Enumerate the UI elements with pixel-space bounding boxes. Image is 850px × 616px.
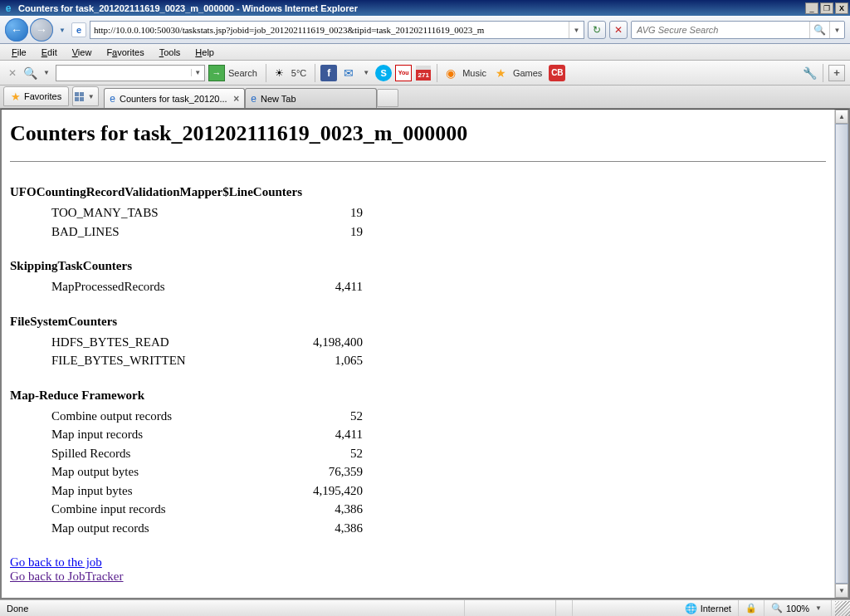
menu-favorites[interactable]: Favorites: [100, 46, 150, 59]
page-body: Counters for task_201202111619_0023_m_00…: [2, 110, 834, 598]
counter-name: FILE_BYTES_WRITTEN: [10, 351, 288, 370]
facebook-icon[interactable]: f: [320, 65, 337, 81]
browser-search-box[interactable]: 🔍 ▼: [631, 21, 845, 39]
counter-name: Map input bytes: [10, 482, 288, 501]
protected-mode[interactable]: 🔒: [739, 600, 765, 616]
music-icon[interactable]: ◉: [442, 65, 459, 81]
tab-new[interactable]: e New Tab: [245, 88, 377, 108]
divider: [10, 161, 826, 162]
separator: [315, 64, 315, 82]
zoom-control[interactable]: 🔍 100% ▼: [765, 600, 832, 616]
address-bar[interactable]: ▼: [90, 21, 584, 39]
mail-dropdown[interactable]: ▼: [360, 69, 372, 76]
counter-row: Map output records4,386: [10, 519, 826, 538]
counter-value: 4,386: [288, 500, 363, 519]
separator: [266, 64, 266, 82]
menu-file[interactable]: File: [5, 46, 33, 59]
tab-strip: ★ Favorites ▼ e Counters for task_20120.…: [0, 86, 850, 109]
counter-group-title: FileSystemCounters: [10, 315, 826, 329]
counter-row: BAD_LINES19: [10, 222, 826, 242]
counter-row: Combine input records4,386: [10, 500, 826, 519]
lock-icon: 🔒: [745, 603, 757, 614]
counter-group: Map-Reduce FrameworkCombine output recor…: [10, 389, 826, 538]
counter-name: Combine input records: [10, 500, 288, 519]
browser-search-dropdown[interactable]: ▼: [829, 22, 844, 38]
toolbar-search-dropdown[interactable]: ▼: [191, 69, 204, 76]
counter-name: BAD_LINES: [10, 222, 288, 242]
stop-button[interactable]: ✕: [609, 21, 628, 39]
counter-name: MapProcessedRecords: [10, 277, 288, 296]
back-button[interactable]: ←: [5, 18, 28, 42]
new-tab-button[interactable]: [377, 89, 398, 107]
zoom-icon: 🔍: [771, 603, 783, 614]
refresh-button[interactable]: ↻: [588, 21, 606, 39]
maximize-button[interactable]: ❐: [820, 2, 833, 14]
menu-tools[interactable]: Tools: [153, 46, 188, 59]
tools-icon[interactable]: 🔧: [801, 65, 818, 81]
counter-name: HDFS_BYTES_READ: [10, 333, 288, 352]
weather-icon[interactable]: ☀: [271, 65, 288, 81]
forward-button[interactable]: →: [30, 18, 53, 42]
counter-value: 4,411: [288, 277, 363, 296]
internet-zone-icon: 🌐: [685, 603, 697, 614]
scroll-down-button[interactable]: ▼: [835, 584, 848, 598]
search-provider-dropdown[interactable]: ▼: [41, 69, 52, 76]
add-toolbar-button[interactable]: +: [828, 65, 845, 81]
vertical-scrollbar[interactable]: ▲ ▼: [834, 110, 848, 598]
page-heading: Counters for task_201202111619_0023_m_00…: [10, 121, 826, 146]
counter-group: UFOCountingRecordValidationMapper$LineCo…: [10, 185, 826, 241]
counter-group: SkippingTaskCountersMapProcessedRecords4…: [10, 259, 826, 296]
counter-name: Map output records: [10, 519, 288, 538]
counter-row: Map input records4,411: [10, 425, 826, 444]
security-zone[interactable]: 🌐 Internet: [678, 600, 739, 616]
toolbar-search-go[interactable]: →: [208, 65, 225, 81]
counter-row: Map output bytes76,359: [10, 462, 826, 482]
toolbar-search-box[interactable]: ▼: [56, 65, 205, 81]
mail-icon[interactable]: ✉: [340, 65, 357, 81]
skype-icon[interactable]: S: [375, 65, 392, 81]
tab-title: Counters for task_20120...: [120, 94, 227, 104]
scroll-up-button[interactable]: ▲: [835, 110, 848, 124]
resize-grip[interactable]: [835, 601, 850, 616]
counter-name: Spilled Records: [10, 444, 288, 463]
status-text: Done: [0, 600, 465, 616]
minimize-button[interactable]: _: [805, 2, 818, 14]
games-label[interactable]: Games: [513, 68, 545, 78]
counter-value: 4,386: [288, 519, 363, 538]
toolbar-search-label: Search: [228, 68, 261, 78]
favorites-button[interactable]: ★ Favorites: [3, 86, 69, 106]
browser-search-go[interactable]: 🔍: [809, 22, 829, 38]
tab-close-icon[interactable]: ×: [233, 93, 239, 105]
search-icon: 🔍: [23, 66, 37, 80]
menu-edit[interactable]: Edit: [35, 46, 64, 59]
counter-name: Map input records: [10, 425, 288, 444]
weather-temp: 5°C: [291, 68, 310, 78]
counter-value: 19: [288, 222, 363, 242]
music-label[interactable]: Music: [462, 68, 490, 78]
command-toolbar: ✕ 🔍 ▼ ▼ → Search ☀ 5°C f ✉ ▼ S You 271 ◉…: [0, 61, 850, 86]
counter-value: 52: [288, 407, 363, 426]
address-input[interactable]: [90, 25, 569, 35]
tab-title: New Tab: [261, 94, 296, 104]
toolbar-search-input[interactable]: [56, 68, 191, 78]
calendar-icon[interactable]: 271: [415, 65, 432, 81]
menu-view[interactable]: View: [66, 46, 99, 59]
cb-icon[interactable]: CB: [549, 65, 565, 81]
browser-search-input[interactable]: [632, 25, 809, 35]
youtube-icon[interactable]: You: [395, 65, 412, 81]
counter-row: Combine output records52: [10, 407, 826, 426]
quick-tabs-button[interactable]: ▼: [72, 86, 99, 106]
link-go-back-job[interactable]: Go back to the job: [10, 555, 826, 570]
counter-row: Spilled Records52: [10, 444, 826, 463]
scroll-thumb[interactable]: [835, 124, 848, 584]
games-icon[interactable]: ★: [493, 65, 510, 81]
address-dropdown[interactable]: ▼: [569, 22, 584, 38]
menu-help[interactable]: Help: [188, 46, 221, 59]
tab-favicon: e: [251, 93, 256, 105]
link-go-back-jobtracker[interactable]: Go back to JobTracker: [10, 570, 826, 584]
toolbar-close-icon[interactable]: ✕: [5, 67, 20, 79]
recent-pages-dropdown[interactable]: ▼: [56, 22, 68, 38]
page-icon: e: [71, 22, 86, 37]
tab-active[interactable]: e Counters for task_20120... ×: [104, 88, 245, 108]
close-button[interactable]: X: [835, 2, 848, 14]
